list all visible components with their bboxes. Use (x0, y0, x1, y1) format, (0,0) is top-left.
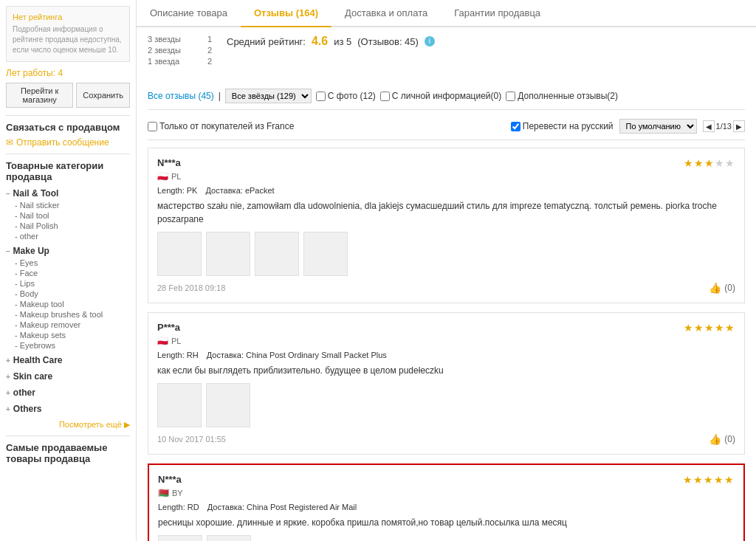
review-date-1: 28 Feb 2018 09:18 (157, 283, 225, 292)
review-text-1: мастерство szału nie, zamowiłam dla udow… (157, 199, 735, 226)
thumbup-icon: 👍 (709, 433, 721, 445)
sort-select[interactable]: По умолчанию (619, 119, 697, 134)
translate-filter[interactable]: Перевести на русский (511, 121, 614, 131)
makeup-children: - Eyes - Face - Lips - Body - Makeup too… (6, 258, 130, 351)
star-bars: 3 звезды 1 2 звезды 2 1 зв (148, 35, 212, 68)
category-makeup-sets[interactable]: - Makeup sets (15, 330, 130, 340)
review-image-thumb[interactable] (158, 535, 202, 541)
category-makeup[interactable]: – Make Up (6, 244, 130, 258)
secondary-filter-row: Только от покупателей из France Перевест… (148, 116, 745, 140)
category-nail-other[interactable]: - other (15, 231, 130, 241)
review-image-thumb[interactable] (206, 232, 250, 276)
prev-page-button[interactable]: ◀ (703, 120, 715, 132)
review-image-thumb[interactable] (207, 535, 251, 541)
country-filter[interactable]: Только от покупателей из France (148, 121, 294, 131)
review-image-thumb[interactable] (157, 232, 202, 276)
categories-title: Товарные категории продавца (6, 154, 130, 182)
go-to-store-button[interactable]: Перейти к магазину (6, 83, 73, 108)
tab-description[interactable]: Описание товара (137, 0, 241, 27)
review-header-3: N***a BY ★★★★★ (158, 474, 735, 498)
category-lips[interactable]: - Lips (15, 278, 130, 289)
with-photo-checkbox[interactable] (316, 92, 326, 101)
additional-checkbox[interactable] (506, 92, 515, 101)
category-group-skincare: + Skin care (6, 370, 130, 383)
product-tabs: Описание товара Отзывы (164) Доставка и … (137, 0, 756, 27)
category-nail-polish[interactable]: - Nail Polish (15, 221, 130, 231)
reviewer-country-3: BY (172, 489, 183, 497)
flag-icon-3 (158, 488, 169, 498)
minus-icon: – (6, 190, 10, 198)
with-info-filter[interactable]: С личной информацией(0) (380, 91, 501, 101)
reviewer-name-2: P***a (157, 322, 180, 333)
category-health[interactable]: + Health Care (6, 354, 130, 367)
review-image-thumb[interactable] (303, 232, 348, 276)
helpful-button-2[interactable]: 👍 (0) (709, 433, 735, 445)
tab-reviews[interactable]: Отзывы (164) (241, 0, 331, 27)
category-group-nail-tool: – Nail & Tool - Nail sticker - Nail tool… (6, 187, 130, 241)
reviewer-name-3: N***a (158, 474, 182, 485)
reviews-count: (Отзывов: 45) (357, 36, 419, 47)
review-images-1 (157, 232, 735, 276)
plus-icon: + (6, 389, 10, 397)
reviewer-country-2: PL (171, 337, 181, 345)
star-bar-3: 3 звезды 1 (148, 35, 212, 44)
category-makeup-brushes[interactable]: - Makeup brushes & tool (15, 309, 130, 320)
bestselling-title: Самые продаваемые товары продавца (6, 435, 130, 464)
category-makeup-remover[interactable]: - Makeup remover (15, 320, 130, 330)
next-page-button[interactable]: ▶ (733, 120, 745, 132)
reviewer-country-1: PL (171, 172, 181, 181)
review-card-3: N***a BY ★★★★★ Length: RD Доставка: Chin… (148, 464, 745, 541)
send-message-link[interactable]: ✉ Отправить сообщение (6, 137, 130, 148)
category-nail-tool[interactable]: – Nail & Tool (6, 187, 130, 200)
info-icon[interactable]: i (425, 36, 435, 46)
translate-checkbox[interactable] (511, 122, 520, 131)
category-nail-sticker[interactable]: - Nail sticker (15, 200, 130, 210)
rating-summary-section: 3 звезды 1 2 звезды 2 1 зв (148, 35, 745, 75)
category-eyebrows[interactable]: - Eyebrows (15, 340, 130, 351)
category-body[interactable]: - Body (15, 289, 130, 299)
with-info-checkbox[interactable] (380, 92, 390, 101)
contact-seller-section: Связаться с продавцом ✉ Отправить сообще… (6, 115, 130, 148)
see-more-link[interactable]: Посмотреть ещё ▶ (6, 420, 130, 430)
review-meta-3: Length: RD Доставка: China Post Register… (158, 503, 735, 511)
tab-delivery[interactable]: Доставка и оплата (331, 0, 441, 27)
review-text-2: как если бы выглядеть приблизительно. бу… (157, 364, 735, 377)
country-checkbox[interactable] (148, 122, 157, 131)
category-nail-tool[interactable]: - Nail tool (15, 210, 130, 221)
review-stars-1: ★★★★★ (684, 157, 735, 169)
review-stars-3: ★★★★★ (683, 474, 735, 486)
no-rating-label: Нет рейтинга (13, 13, 123, 21)
helpful-button-1[interactable]: 👍 (0) (709, 282, 735, 294)
with-photo-filter[interactable]: С фото (12) (316, 91, 376, 101)
reviewer-info-1: N***a (157, 157, 181, 168)
envelope-icon: ✉ (6, 137, 13, 148)
nail-tool-children: - Nail sticker - Nail tool - Nail Polish… (6, 200, 130, 241)
category-makeup-tool[interactable]: - Makeup tool (15, 299, 130, 309)
contact-title: Связаться с продавцом (6, 122, 130, 133)
category-eyes[interactable]: - Eyes (15, 258, 130, 268)
stars-filter-select[interactable]: Все звёзды (129) (225, 89, 312, 103)
save-button[interactable]: Сохранить (76, 83, 130, 108)
review-image-thumb[interactable] (206, 383, 250, 427)
category-others[interactable]: + Others (6, 402, 130, 416)
flag-icon-1 (157, 171, 168, 182)
all-reviews-filter[interactable]: Все отзывы (45) (148, 91, 214, 101)
category-skincare[interactable]: + Skin care (6, 370, 130, 383)
review-image-thumb[interactable] (255, 232, 299, 276)
category-face[interactable]: - Face (15, 268, 130, 278)
review-card-2: P***a PL ★★★★★ Length: RH Доставка: Chin… (148, 312, 745, 455)
review-images-2 (157, 383, 735, 427)
main-content: Описание товара Отзывы (164) Доставка и … (137, 0, 756, 541)
review-header-2: P***a PL ★★★★★ (157, 322, 735, 346)
plus-icon: + (6, 373, 10, 381)
page-info: 1/13 (716, 122, 732, 131)
review-image-thumb[interactable] (157, 383, 202, 427)
reviews-container: 3 звезды 1 2 звезды 2 1 зв (137, 27, 756, 541)
category-group-makeup: – Make Up - Eyes - Face - Lips - Body - … (6, 244, 130, 351)
category-other[interactable]: + other (6, 386, 130, 399)
plus-icon: + (6, 356, 10, 365)
tab-guarantees[interactable]: Гарантии продавца (441, 0, 554, 27)
review-meta-1: Length: PK Доставка: ePacket (157, 186, 735, 195)
rating-detail-text: Подробная информация о рейтинге продавца… (13, 24, 123, 55)
additional-filter[interactable]: Дополненные отзывы(2) (506, 91, 618, 101)
